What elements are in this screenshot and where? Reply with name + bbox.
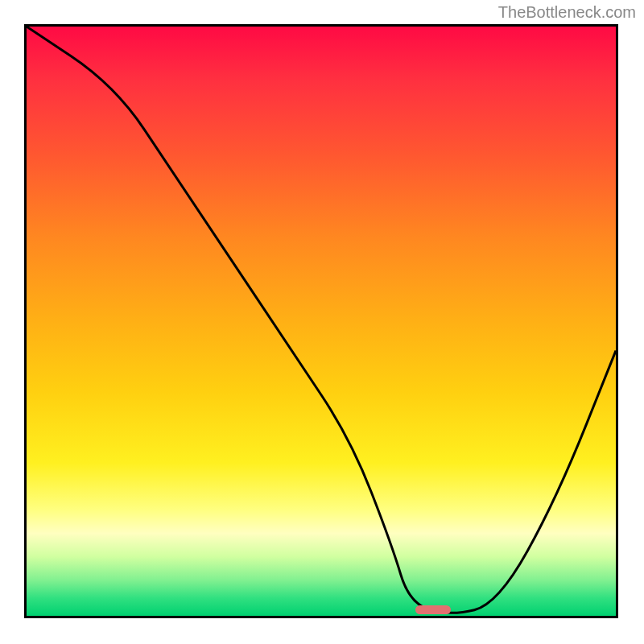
watermark-text: TheBottleneck.com [498,3,636,22]
curve-path [27,27,616,613]
chart-frame [24,24,618,618]
chart-curve [27,27,616,616]
valley-marker [415,605,451,614]
